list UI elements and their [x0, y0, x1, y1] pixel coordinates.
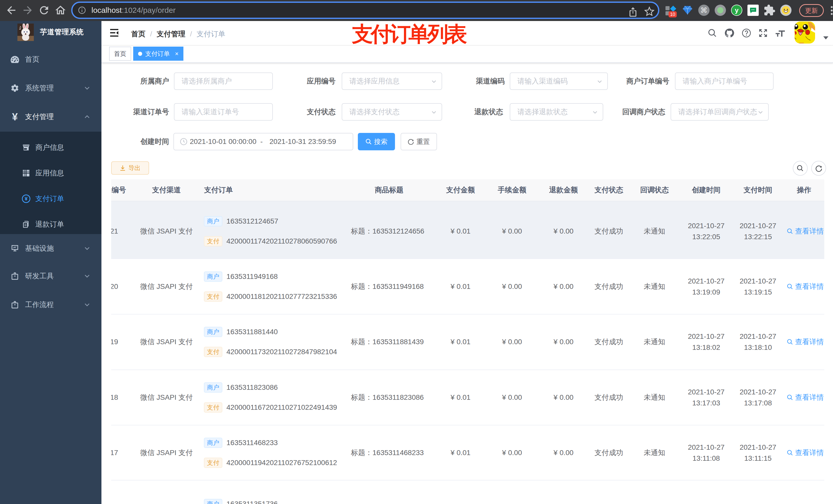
svg-text:¥: ¥ — [25, 196, 28, 201]
svg-text:⌘: ⌘ — [700, 6, 708, 14]
svg-text:y: y — [735, 6, 739, 14]
